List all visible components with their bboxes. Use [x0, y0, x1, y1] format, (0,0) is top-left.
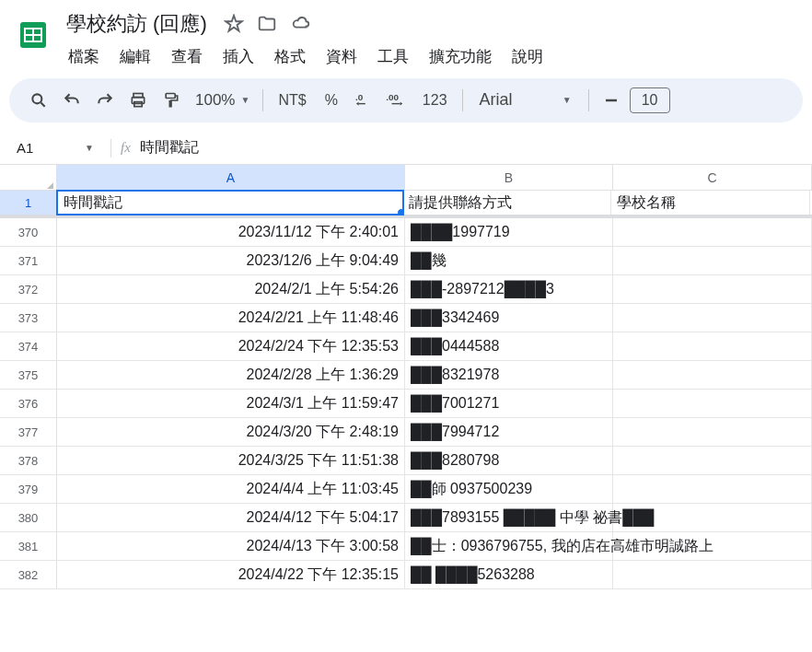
cell-b1[interactable]: 請提供聯絡方式	[403, 191, 611, 215]
undo-icon[interactable]	[57, 86, 87, 115]
row-header[interactable]: 374	[0, 332, 57, 360]
table-row: 3762024/3/1 上午 11:59:47███7001271	[0, 390, 812, 418]
zoom-select[interactable]: 100%▼	[190, 91, 255, 110]
cell[interactable]: 2023/12/6 上午 9:04:49	[57, 247, 405, 274]
chevron-down-icon: ▼	[563, 95, 572, 105]
col-header-b[interactable]: B	[405, 165, 613, 190]
row-header[interactable]: 373	[0, 304, 57, 332]
cell-c1[interactable]: 學校名稱	[611, 191, 810, 215]
cell[interactable]: ███3342469	[405, 304, 613, 332]
table-row: 3812024/4/13 下午 3:00:58██士：0936796755, 我…	[0, 532, 812, 561]
menu-tools[interactable]: 工具	[370, 42, 416, 71]
cell[interactable]	[613, 418, 812, 446]
percent-button[interactable]: %	[318, 86, 345, 115]
row-header[interactable]: 372	[0, 275, 57, 303]
cell[interactable]: 2024/4/4 上午 11:03:45	[57, 475, 405, 503]
spreadsheet-grid[interactable]: A B C 1 時間戳記 請提供聯絡方式 學校名稱 3702023/11/12 …	[0, 165, 812, 589]
decrease-font-icon[interactable]	[597, 86, 626, 115]
table-row: 3712023/12/6 上午 9:04:49██幾	[0, 247, 812, 275]
font-size-input[interactable]: 10	[630, 87, 670, 113]
cell[interactable]: ███7893155 █████ 中學 祕書███	[405, 504, 613, 531]
row-header[interactable]: 376	[0, 390, 57, 417]
cell[interactable]: ██ ████5263288	[405, 561, 613, 588]
menu-help[interactable]: 說明	[505, 42, 551, 71]
svg-text:.00: .00	[386, 92, 399, 102]
cell[interactable]	[613, 504, 812, 531]
folder-icon[interactable]	[257, 14, 277, 34]
cell[interactable]: ██士：0936796755, 我的店在高雄市明誠路上	[405, 532, 613, 560]
cell[interactable]	[613, 247, 812, 274]
cell[interactable]: 2024/3/1 上午 11:59:47	[57, 390, 405, 417]
cell[interactable]: 2024/2/21 上午 11:48:46	[57, 304, 405, 332]
cell[interactable]: 2024/2/28 上午 1:36:29	[57, 361, 405, 389]
svg-text:.0: .0	[355, 92, 364, 102]
row-header[interactable]: 380	[0, 504, 57, 531]
cell[interactable]: 2024/3/20 下午 2:48:19	[57, 418, 405, 446]
cell[interactable]: 2023/11/12 下午 2:40:01	[57, 218, 405, 246]
row-header[interactable]: 379	[0, 475, 57, 503]
menu-insert[interactable]: 插入	[215, 42, 261, 71]
cell[interactable]: ███0444588	[405, 332, 613, 360]
cell[interactable]: ███-2897212████3	[405, 275, 613, 303]
menu-data[interactable]: 資料	[319, 42, 365, 71]
row-header[interactable]: 381	[0, 532, 57, 560]
cell[interactable]	[613, 218, 812, 246]
row-header[interactable]: 382	[0, 561, 57, 588]
cell[interactable]	[613, 475, 812, 503]
cloud-icon[interactable]	[290, 14, 312, 34]
cell[interactable]	[613, 304, 812, 332]
col-header-a[interactable]: A	[57, 165, 405, 190]
cell-a1[interactable]: 時間戳記	[56, 190, 404, 215]
decrease-decimal-icon[interactable]: .0	[349, 86, 378, 115]
name-box[interactable]: A1▼	[9, 140, 101, 156]
cell[interactable]: 2024/4/13 下午 3:00:58	[57, 532, 405, 560]
cell[interactable]: ████1997719	[405, 218, 613, 246]
menu-extensions[interactable]: 擴充功能	[422, 42, 499, 71]
cell[interactable]: ██師 0937500239	[405, 475, 613, 503]
font-select[interactable]: Arial▼	[470, 90, 581, 110]
row-header[interactable]: 1	[0, 191, 57, 215]
cell[interactable]: 2024/2/24 下午 12:35:53	[57, 332, 405, 360]
currency-button[interactable]: NT$	[271, 86, 313, 115]
cell[interactable]	[613, 532, 812, 560]
paint-format-icon[interactable]	[157, 86, 186, 115]
row-header[interactable]: 371	[0, 247, 57, 274]
print-icon[interactable]	[123, 86, 153, 115]
sheets-logo[interactable]	[15, 11, 52, 59]
menu-file[interactable]: 檔案	[61, 42, 107, 71]
col-header-c[interactable]: C	[613, 165, 812, 190]
star-icon[interactable]	[224, 14, 244, 34]
row-header[interactable]: 378	[0, 447, 57, 474]
formula-input[interactable]	[140, 140, 803, 157]
menu-edit[interactable]: 編輯	[112, 42, 158, 71]
menu-format[interactable]: 格式	[267, 42, 313, 71]
table-row: 3792024/4/4 上午 11:03:45██師 0937500239	[0, 475, 812, 504]
cell[interactable]	[613, 561, 812, 588]
increase-decimal-icon[interactable]: .00	[382, 86, 412, 115]
cell[interactable]: ███7001271	[405, 390, 613, 417]
cell[interactable]: ███8280798	[405, 447, 613, 474]
svg-line-5	[41, 102, 45, 106]
cell[interactable]: 2024/3/25 下午 11:51:38	[57, 447, 405, 474]
row-header[interactable]: 375	[0, 361, 57, 389]
row-header[interactable]: 370	[0, 218, 57, 246]
cell[interactable]	[613, 447, 812, 474]
number-format-button[interactable]: 123	[415, 86, 455, 115]
doc-title[interactable]: 學校約訪 (回應)	[61, 8, 213, 40]
redo-icon[interactable]	[90, 86, 120, 115]
cell[interactable]: 2024/4/22 下午 12:35:15	[57, 561, 405, 588]
svg-point-4	[32, 94, 41, 103]
cell[interactable]: ███7994712	[405, 418, 613, 446]
cell[interactable]: 2024/2/1 上午 5:54:26	[57, 275, 405, 303]
search-icon[interactable]	[24, 86, 53, 115]
menu-view[interactable]: 查看	[164, 42, 210, 71]
row-header[interactable]: 377	[0, 418, 57, 446]
select-all-corner[interactable]	[0, 165, 57, 190]
cell[interactable]	[613, 275, 812, 303]
cell[interactable]: 2024/4/12 下午 5:04:17	[57, 504, 405, 531]
cell[interactable]: ██幾	[405, 247, 613, 274]
cell[interactable]: ███8321978	[405, 361, 613, 389]
cell[interactable]	[613, 390, 812, 417]
cell[interactable]	[613, 332, 812, 360]
cell[interactable]	[613, 361, 812, 389]
